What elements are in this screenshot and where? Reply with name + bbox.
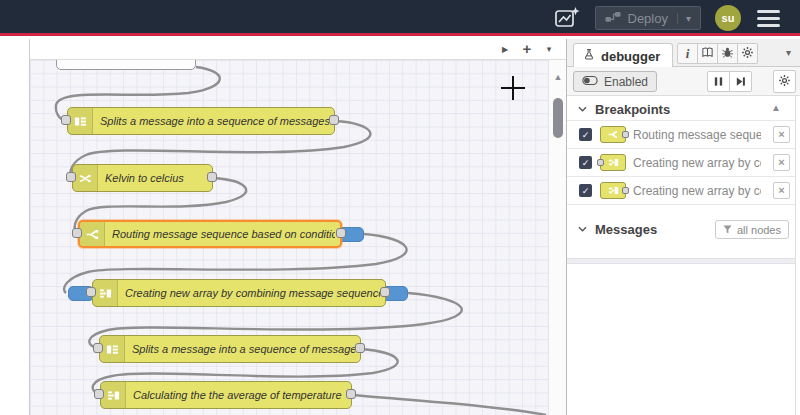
- scroll-up-icon[interactable]: ▲: [549, 72, 567, 82]
- flow-list-icon[interactable]: ▾: [538, 44, 560, 54]
- flow-tab-strip: ▶ + ▾: [30, 39, 566, 60]
- flow-node[interactable]: Creating new array by combining message …: [92, 279, 386, 307]
- debugger-enabled-toggle[interactable]: Enabled: [573, 71, 657, 92]
- flask-icon: [583, 48, 595, 64]
- split-icon: [100, 336, 125, 362]
- sidebar: debugger i: [566, 39, 800, 415]
- divider: [567, 204, 795, 205]
- crosshair-cursor: [501, 76, 525, 100]
- node-port[interactable]: [86, 287, 96, 297]
- breakpoints-section-header[interactable]: Breakpoints ▲: [567, 98, 795, 120]
- remove-breakpoint-button[interactable]: ×: [773, 126, 790, 143]
- node-port[interactable]: [207, 172, 217, 182]
- split-icon: [68, 108, 93, 134]
- flow-preview-icon[interactable]: [554, 6, 581, 31]
- canvas-scrollbar-thumb[interactable]: [553, 98, 563, 138]
- breakpoint-row[interactable]: ✓ Creating new array by combinin ×: [567, 176, 795, 204]
- node-label: Kelvin to celcius: [105, 165, 207, 191]
- flow-node[interactable]: Routing message sequence based on condit…: [78, 220, 342, 248]
- palette-strip: [0, 39, 30, 415]
- flow-node[interactable]: Splits a message into a sequence of mess…: [99, 335, 361, 363]
- node-port[interactable]: [346, 389, 356, 399]
- debugger-toolbar: Enabled: [567, 67, 800, 96]
- messages-section-header[interactable]: Messages all nodes: [567, 218, 795, 240]
- switch-icon: [80, 222, 105, 246]
- debugger-panel: Breakpoints ▲ ✓ Routing message sequence…: [567, 96, 800, 415]
- join-icon: [93, 280, 118, 306]
- breakpoint-checkbox[interactable]: ✓: [579, 128, 592, 141]
- chevron-down-icon: [578, 106, 587, 112]
- breakpoints-scroll-up-icon[interactable]: ▲: [771, 102, 781, 113]
- divider: [567, 258, 795, 264]
- book-icon: [701, 45, 714, 63]
- flow-node[interactable]: Calculating the the average of temperatu…: [100, 381, 352, 409]
- mini-node-port: [622, 131, 629, 138]
- remove-breakpoint-button[interactable]: ×: [773, 182, 790, 199]
- breakpoint-label: Routing message sequence ba: [633, 128, 761, 142]
- deploy-button[interactable]: Deploy ▾: [595, 6, 702, 30]
- flow-canvas[interactable]: Splits a message into a sequence of mess…: [30, 39, 548, 415]
- node-port[interactable]: [61, 115, 71, 125]
- deploy-icon: [605, 11, 621, 26]
- node-label: Splits a message into a sequence of mess…: [100, 108, 329, 134]
- breakpoint-row[interactable]: ✓ Routing message sequence ba ×: [567, 120, 795, 148]
- step-button[interactable]: [729, 71, 752, 92]
- mini-node-port: [622, 187, 629, 194]
- breakpoint-label: Creating new array by combinin: [633, 156, 761, 170]
- toggle-icon: [582, 75, 598, 89]
- tab-config-button[interactable]: [737, 43, 758, 64]
- tab-debugger[interactable]: debugger: [573, 43, 673, 68]
- deploy-menu-caret[interactable]: ▾: [677, 13, 691, 24]
- join-icon: [101, 382, 126, 408]
- node-port[interactable]: [355, 343, 365, 353]
- debugger-settings-button[interactable]: [773, 70, 796, 93]
- node-port[interactable]: [336, 228, 346, 238]
- node-red-app: Deploy ▾ su Splits a message into a sequ…: [0, 0, 800, 415]
- pause-icon: [713, 73, 724, 91]
- gear-icon: [741, 45, 754, 63]
- node-port[interactable]: [93, 343, 103, 353]
- tab-help-button[interactable]: [697, 43, 718, 64]
- remove-breakpoint-button[interactable]: ×: [773, 154, 790, 171]
- sidebar-tab-menu-icon[interactable]: ▾: [786, 47, 791, 58]
- node-port[interactable]: [72, 228, 82, 238]
- breakpoint-checkbox[interactable]: ✓: [579, 184, 592, 197]
- deploy-label: Deploy: [628, 11, 668, 26]
- expand-tabs-icon[interactable]: ▶: [494, 45, 516, 54]
- bug-icon: [721, 45, 734, 63]
- tab-info-button[interactable]: i: [677, 43, 698, 64]
- node-port[interactable]: [94, 389, 104, 399]
- enabled-label: Enabled: [604, 75, 648, 89]
- change-icon: [73, 165, 98, 191]
- tab-debugger-label: debugger: [601, 49, 660, 64]
- node-label: Creating new array by combining message …: [125, 280, 380, 306]
- flow-node[interactable]: Kelvin to celcius: [72, 164, 213, 192]
- funnel-icon: [723, 224, 732, 236]
- pause-button[interactable]: [707, 71, 730, 92]
- node-label: Calculating the the average of temperatu…: [133, 382, 346, 408]
- node-label: Routing message sequence based on condit…: [112, 222, 335, 246]
- node-port[interactable]: [380, 287, 390, 297]
- mini-node-icon: [600, 126, 626, 143]
- message-filter-button[interactable]: all nodes: [715, 220, 789, 239]
- flow-node[interactable]: Splits a message into a sequence of mess…: [67, 107, 335, 135]
- canvas-scrollbar[interactable]: ▲: [548, 60, 566, 415]
- node-port[interactable]: [66, 172, 76, 182]
- flow-wire[interactable]: [352, 395, 546, 415]
- messages-title: Messages: [595, 222, 657, 237]
- mini-node-icon: [600, 154, 626, 171]
- sidebar-scroll-gutter[interactable]: [795, 96, 800, 415]
- node-port[interactable]: [329, 115, 339, 125]
- add-flow-button[interactable]: +: [516, 40, 538, 57]
- step-icon: [735, 73, 746, 91]
- breakpoint-label: Creating new array by combinin: [633, 184, 761, 198]
- avatar[interactable]: su: [715, 5, 741, 31]
- tab-debug-button[interactable]: [717, 43, 738, 64]
- breakpoint-row[interactable]: ✓ Creating new array by combinin ×: [567, 148, 795, 176]
- main-menu-icon[interactable]: [755, 6, 782, 31]
- node-label: Splits a message into a sequence of mess…: [132, 336, 355, 362]
- header-bar: Deploy ▾ su: [0, 0, 800, 36]
- breakpoint-checkbox[interactable]: ✓: [579, 156, 592, 169]
- mini-node-icon: [600, 182, 626, 199]
- filter-label: all nodes: [737, 224, 781, 236]
